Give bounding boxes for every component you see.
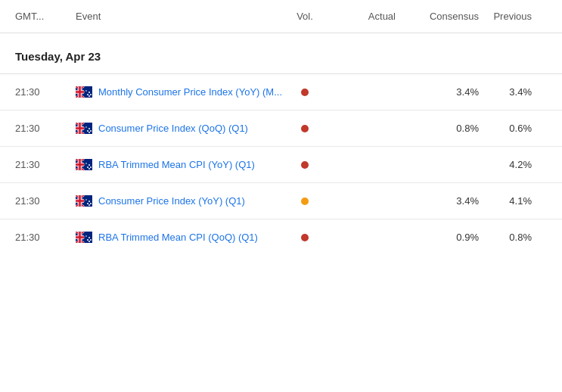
- svg-point-69: [90, 203, 92, 204]
- svg-point-49: [87, 166, 88, 168]
- svg-point-70: [88, 204, 90, 206]
- row-vol: [282, 89, 328, 96]
- table-row: 21:30 RBA Trimmed Mean CPI (YoY: [0, 147, 562, 183]
- row-consensus: 3.4%: [396, 195, 479, 207]
- volatility-dot: [301, 198, 309, 205]
- row-consensus: 3.4%: [396, 86, 479, 98]
- data-rows: 21:30 Monthly Consumer Price In: [0, 74, 562, 255]
- table-header: GMT... Event Vol. Actual Consensus Previ…: [0, 0, 562, 33]
- svg-rect-84: [79, 232, 81, 243]
- header-actual: Actual: [328, 11, 396, 22]
- header-previous: Previous: [479, 11, 547, 22]
- row-previous: 0.8%: [479, 232, 547, 243]
- svg-point-13: [87, 94, 88, 95]
- row-vol: [282, 198, 328, 205]
- row-event-cell: Monthly Consumer Price Index (YoY) (M...: [76, 86, 282, 98]
- svg-point-86: [88, 237, 90, 238]
- svg-point-34: [88, 132, 90, 133]
- event-link[interactable]: Monthly Consumer Price Index (YoY) (M...: [98, 86, 282, 98]
- svg-rect-48: [79, 159, 81, 170]
- flag-au-icon: [76, 86, 92, 98]
- row-consensus: 0.8%: [396, 123, 479, 134]
- table-row: 21:30 Monthly Consumer Price In: [0, 74, 562, 110]
- svg-point-87: [90, 239, 92, 241]
- svg-point-32: [88, 128, 90, 129]
- event-link[interactable]: Consumer Price Index (YoY) (Q1): [98, 195, 245, 207]
- svg-point-53: [85, 163, 87, 164]
- svg-point-68: [88, 201, 90, 202]
- row-time: 21:30: [15, 123, 76, 134]
- flag-au-icon: [76, 123, 92, 134]
- row-event-cell: RBA Trimmed Mean CPI (YoY) (Q1): [76, 159, 282, 170]
- header-event: Event: [76, 11, 282, 22]
- row-vol: [282, 234, 328, 241]
- flag-au-icon: [76, 159, 92, 170]
- row-time: 21:30: [15, 195, 76, 207]
- event-link[interactable]: RBA Trimmed Mean CPI (YoY) (Q1): [98, 159, 255, 170]
- row-previous: 4.2%: [479, 159, 547, 170]
- row-consensus: 0.9%: [396, 232, 479, 243]
- svg-point-67: [87, 203, 88, 204]
- flag-au-icon: [76, 195, 92, 207]
- volatility-dot: [301, 89, 309, 96]
- row-previous: 4.1%: [479, 195, 547, 207]
- svg-point-50: [88, 164, 90, 166]
- row-event-cell: Consumer Price Index (YoY) (Q1): [76, 195, 282, 207]
- row-event-cell: RBA Trimmed Mean CPI (QoQ) (Q1): [76, 232, 282, 243]
- header-gmt: GMT...: [15, 11, 76, 22]
- svg-rect-30: [79, 123, 81, 134]
- svg-point-16: [88, 95, 90, 97]
- svg-point-52: [88, 168, 90, 170]
- table-row: 21:30 Consumer Price Index (QoQ: [0, 110, 562, 147]
- flag-au-icon: [76, 232, 92, 243]
- svg-point-89: [85, 235, 87, 237]
- row-vol: [282, 125, 328, 132]
- header-vol: Vol.: [282, 11, 328, 22]
- svg-point-31: [87, 130, 88, 132]
- svg-point-71: [85, 199, 87, 201]
- svg-point-17: [85, 90, 87, 92]
- volatility-dot: [301, 161, 309, 169]
- event-link[interactable]: Consumer Price Index (QoQ) (Q1): [98, 123, 248, 134]
- svg-point-14: [88, 92, 90, 93]
- svg-rect-12: [79, 86, 81, 98]
- table-row: 21:30 RBA Trimmed Mean CPI (QoQ: [0, 219, 562, 255]
- row-time: 21:30: [15, 232, 76, 243]
- svg-point-51: [90, 166, 92, 168]
- row-time: 21:30: [15, 159, 76, 170]
- volatility-dot: [301, 125, 309, 132]
- svg-point-15: [90, 94, 92, 95]
- section-title: Tuesday, Apr 23: [0, 33, 562, 73]
- svg-point-88: [88, 241, 90, 242]
- row-previous: 3.4%: [479, 86, 547, 98]
- svg-rect-66: [79, 195, 81, 207]
- header-consensus: Consensus: [396, 11, 479, 22]
- volatility-dot: [301, 234, 309, 241]
- table-row: 21:30 Consumer Price Index (YoY: [0, 183, 562, 219]
- row-vol: [282, 161, 328, 169]
- row-time: 21:30: [15, 86, 76, 98]
- row-previous: 0.6%: [479, 123, 547, 134]
- economic-calendar-table: GMT... Event Vol. Actual Consensus Previ…: [0, 0, 562, 255]
- svg-point-85: [87, 239, 88, 241]
- row-event-cell: Consumer Price Index (QoQ) (Q1): [76, 123, 282, 134]
- event-link[interactable]: RBA Trimmed Mean CPI (QoQ) (Q1): [98, 232, 258, 243]
- svg-point-35: [85, 126, 87, 128]
- svg-point-33: [90, 130, 92, 132]
